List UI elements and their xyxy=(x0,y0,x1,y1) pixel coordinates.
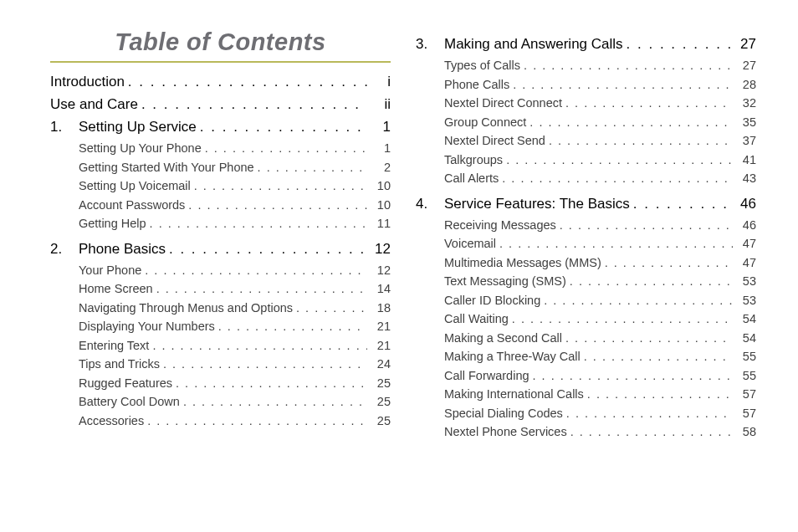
toc-chapter-num: 3. xyxy=(416,37,444,51)
toc-sub[interactable]: Setting Up Your Phone1 xyxy=(50,139,391,158)
toc-sub[interactable]: Navigating Through Menus and Options18 xyxy=(50,299,391,318)
toc-sub[interactable]: Rugged Features25 xyxy=(50,374,391,393)
toc-sub[interactable]: Getting Started With Your Phone2 xyxy=(50,158,391,177)
toc-dots xyxy=(147,415,367,427)
toc-page-num: 28 xyxy=(736,79,756,91)
toc-chapter-num: 4. xyxy=(416,197,444,211)
toc-label: Tips and Tricks xyxy=(79,358,160,371)
toc-dots xyxy=(499,238,733,250)
toc-dots xyxy=(512,313,733,325)
toc-sub[interactable]: Battery Cool Down25 xyxy=(50,392,391,412)
toc-label: Making and Answering Calls xyxy=(444,37,623,51)
toc-chapter-num: 2. xyxy=(50,242,79,256)
toc-label: Nextel Direct Connect xyxy=(444,97,562,110)
toc-label: Voicemail xyxy=(444,238,496,250)
toc-sub[interactable]: Home Screen14 xyxy=(50,279,391,299)
toc-page-num: 21 xyxy=(371,320,391,333)
toc-sub[interactable]: Voicemail47 xyxy=(416,234,756,253)
toc-label: Home Screen xyxy=(79,283,153,295)
toc-label: Service Features: The Basics xyxy=(444,197,630,211)
toc-label: Account Passwords xyxy=(79,199,185,212)
toc-label: Your Phone xyxy=(79,264,141,277)
toc-sub[interactable]: Making a Second Call54 xyxy=(416,329,756,348)
toc-sub[interactable]: Making a Three-Way Call55 xyxy=(416,347,756,366)
toc-dots xyxy=(128,74,367,89)
toc-page-num: 55 xyxy=(736,370,756,382)
toc-dots xyxy=(570,426,733,438)
toc-label: Phone Basics xyxy=(79,242,166,256)
toc-sub[interactable]: Entering Text21 xyxy=(50,336,391,356)
toc-dots xyxy=(544,294,733,307)
toc-dots xyxy=(627,37,733,51)
toc-page-num: 53 xyxy=(736,294,756,307)
toc-sub[interactable]: Receiving Messages46 xyxy=(416,216,756,235)
toc-label: Special Dialing Codes xyxy=(444,407,563,420)
toc-label: Setting Up Your Phone xyxy=(79,142,202,155)
toc-chapter-3[interactable]: 3. Making and Answering Calls 27 xyxy=(416,37,756,51)
toc-label: Setting Up Voicemail xyxy=(79,180,191,192)
toc-label: Group Connect xyxy=(444,116,526,129)
toc-page-num: 27 xyxy=(736,59,756,72)
toc-label: Making a Three-Way Call xyxy=(444,350,581,363)
toc-dots xyxy=(163,358,367,371)
toc-label: Call Alerts xyxy=(444,172,499,185)
toc-entry-intro[interactable]: Introduction i xyxy=(50,74,391,89)
toc-page-num: 54 xyxy=(736,313,756,325)
toc-sub[interactable]: Phone Calls28 xyxy=(416,75,756,95)
toc-page-num: 53 xyxy=(736,275,756,288)
toc-sub[interactable]: Multimedia Messages (MMS)47 xyxy=(416,253,756,273)
toc-dots xyxy=(150,217,367,230)
toc-sub[interactable]: Accessories25 xyxy=(50,412,391,431)
toc-label: Rugged Features xyxy=(79,377,172,390)
toc-entry-use-care[interactable]: Use and Care ii xyxy=(50,97,391,111)
toc-dots xyxy=(183,396,367,408)
toc-page-num: 25 xyxy=(371,396,391,408)
toc-page-num: 43 xyxy=(736,172,756,185)
toc-dots xyxy=(169,242,367,256)
toc-sub[interactable]: Special Dialing Codes57 xyxy=(416,404,756,423)
toc-page-num: 1 xyxy=(371,120,391,134)
toc-page-num: 12 xyxy=(371,264,391,277)
toc-chapter-1[interactable]: 1. Setting Up Service 1 xyxy=(50,120,391,134)
toc-dots xyxy=(570,275,733,288)
toc-sub[interactable]: Call Waiting54 xyxy=(416,309,756,329)
toc-sub[interactable]: Nextel Direct Send37 xyxy=(416,131,756,151)
toc-dots xyxy=(188,199,367,212)
toc-dots xyxy=(218,320,367,333)
toc-label: Call Forwarding xyxy=(444,370,529,382)
toc-dots xyxy=(258,161,367,174)
toc-page-num: 47 xyxy=(736,257,756,269)
toc-sub[interactable]: Call Alerts43 xyxy=(416,169,756,188)
toc-label: Navigating Through Menus and Options xyxy=(79,302,293,315)
toc-sub[interactable]: Nextel Direct Connect32 xyxy=(416,94,756,113)
toc-page-num: 21 xyxy=(371,340,391,352)
toc-label: Making International Calls xyxy=(444,388,584,401)
toc-sub[interactable]: Displaying Your Numbers21 xyxy=(50,317,391,336)
toc-page-num: 58 xyxy=(736,426,756,438)
toc-sub[interactable]: Setting Up Voicemail10 xyxy=(50,176,391,196)
toc-label: Phone Calls xyxy=(444,79,509,91)
toc-label: Getting Started With Your Phone xyxy=(79,161,254,174)
toc-sub[interactable]: Making International Calls57 xyxy=(416,385,756,404)
toc-sub[interactable]: Nextel Phone Services58 xyxy=(416,422,756,442)
toc-sub[interactable]: Types of Calls27 xyxy=(416,56,756,75)
toc-dots xyxy=(200,120,367,134)
toc-dots xyxy=(566,407,733,420)
toc-dots xyxy=(513,79,733,91)
toc-sub[interactable]: Getting Help11 xyxy=(50,214,391,233)
toc-sub[interactable]: Account Passwords10 xyxy=(50,196,391,215)
toc-sub[interactable]: Talkgroups41 xyxy=(416,151,756,170)
toc-chapter-2[interactable]: 2. Phone Basics 12 xyxy=(50,242,391,256)
toc-sub[interactable]: Group Connect35 xyxy=(416,113,756,132)
toc-sub[interactable]: Call Forwarding55 xyxy=(416,366,756,386)
toc-sub[interactable]: Caller ID Blocking53 xyxy=(416,291,756,310)
toc-chapter-4[interactable]: 4. Service Features: The Basics 46 xyxy=(416,197,756,211)
toc-label: Making a Second Call xyxy=(444,332,562,345)
toc-page-num: 32 xyxy=(736,97,756,110)
toc-sub[interactable]: Text Messaging (SMS)53 xyxy=(416,272,756,291)
toc-label: Battery Cool Down xyxy=(79,396,180,408)
toc-label: Getting Help xyxy=(79,217,146,230)
toc-dots xyxy=(584,350,733,363)
toc-sub[interactable]: Tips and Tricks24 xyxy=(50,355,391,374)
toc-sub[interactable]: Your Phone12 xyxy=(50,261,391,280)
